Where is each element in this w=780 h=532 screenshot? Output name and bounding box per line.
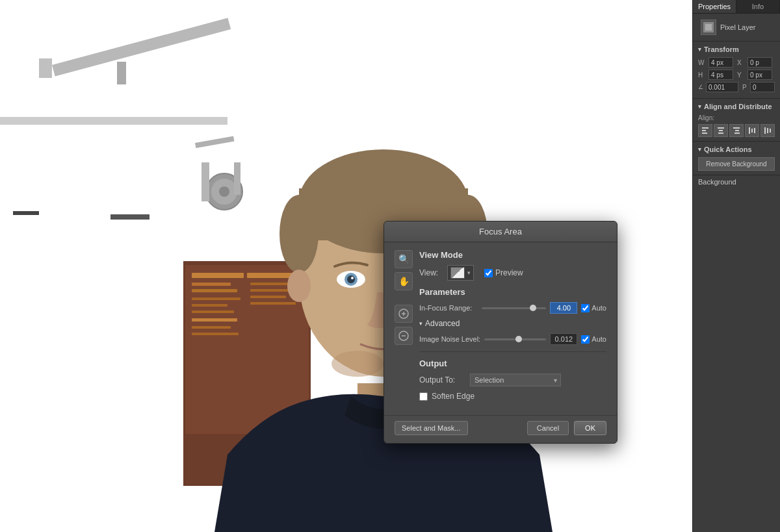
in-focus-auto-checkbox[interactable] bbox=[581, 304, 590, 312]
transform-h-row: H Y bbox=[698, 70, 775, 80]
view-dropdown[interactable]: ▾ bbox=[447, 265, 474, 281]
svg-rect-16 bbox=[192, 283, 231, 286]
preview-label: Preview bbox=[495, 268, 523, 277]
svg-rect-3 bbox=[117, 62, 126, 84]
ok-button[interactable]: OK bbox=[574, 421, 606, 435]
select-mask-button[interactable]: Select and Mask... bbox=[395, 421, 468, 435]
cancel-button[interactable]: Cancel bbox=[527, 421, 569, 435]
svg-rect-12 bbox=[234, 162, 240, 195]
noise-slider[interactable] bbox=[484, 335, 546, 344]
output-select[interactable]: Selection New Layer Layer Mask New Docum… bbox=[470, 374, 561, 386]
align-btn-1[interactable] bbox=[698, 124, 712, 137]
svg-rect-56 bbox=[702, 127, 708, 129]
transform-arrow: ▾ bbox=[698, 46, 701, 53]
svg-rect-5 bbox=[110, 214, 150, 220]
p-label: P bbox=[742, 84, 749, 91]
transform-angle-row: ∠ P bbox=[698, 82, 775, 92]
view-mode-title: View Mode bbox=[419, 250, 606, 260]
hand-tool[interactable]: ✋ bbox=[395, 272, 413, 290]
p-input[interactable] bbox=[750, 82, 775, 92]
svg-rect-63 bbox=[735, 130, 739, 131]
view-thumbnail bbox=[450, 267, 465, 279]
advanced-header[interactable]: ▾ Advanced bbox=[419, 319, 606, 328]
svg-rect-15 bbox=[192, 273, 244, 278]
quick-actions-section: ▾ Quick Actions Remove Background bbox=[693, 142, 780, 175]
transform-w-row: W X bbox=[698, 57, 775, 68]
transform-section: ▾ Transform W X H Y ∠ P bbox=[693, 42, 780, 99]
align-label: Align and Distribute bbox=[704, 103, 772, 110]
svg-rect-28 bbox=[250, 302, 296, 305]
noise-slider-thumb[interactable] bbox=[515, 336, 522, 342]
w-input[interactable] bbox=[708, 57, 733, 68]
align-btn-4[interactable] bbox=[745, 124, 759, 137]
svg-rect-19 bbox=[192, 304, 228, 307]
svg-rect-6 bbox=[13, 211, 39, 215]
quick-actions-arrow: ▾ bbox=[698, 146, 701, 153]
svg-rect-55 bbox=[705, 24, 712, 31]
in-focus-auto-label[interactable]: Auto bbox=[581, 304, 606, 312]
angle-icon: ∠ bbox=[698, 84, 705, 90]
subtract-tool[interactable] bbox=[395, 327, 413, 345]
svg-rect-59 bbox=[718, 127, 724, 129]
angle-input[interactable] bbox=[706, 82, 738, 92]
soften-edge-checkbox[interactable] bbox=[419, 392, 428, 401]
y-label: Y bbox=[737, 71, 746, 79]
noise-auto-checkbox[interactable] bbox=[581, 335, 590, 344]
svg-rect-4 bbox=[0, 117, 228, 125]
align-sublabel: Align: bbox=[698, 114, 775, 121]
svg-rect-64 bbox=[734, 133, 740, 134]
h-label: H bbox=[698, 71, 707, 79]
x-label: X bbox=[737, 59, 746, 66]
dialog-footer: Select and Mask... Cancel OK bbox=[384, 415, 617, 443]
svg-rect-60 bbox=[719, 130, 723, 131]
align-btn-2[interactable] bbox=[714, 124, 728, 137]
zoom-tool[interactable]: 🔍 bbox=[395, 250, 413, 268]
noise-auto-label[interactable]: Auto bbox=[581, 335, 606, 344]
svg-rect-2 bbox=[39, 58, 52, 78]
right-panel: Properties Info Pixel Layer ▾ Transform … bbox=[692, 0, 780, 532]
h-input[interactable] bbox=[708, 70, 733, 80]
view-mode-row: View: ▾ Preview bbox=[419, 265, 606, 281]
svg-rect-68 bbox=[764, 127, 766, 134]
canvas-area: Focus Area 🔍 ✋ bbox=[0, 0, 692, 532]
output-to-row: Output To: Selection New Layer Layer Mas… bbox=[419, 374, 606, 386]
y-input[interactable] bbox=[748, 70, 772, 80]
noise-level-label: Image Noise Level: bbox=[419, 335, 480, 343]
align-arrow: ▾ bbox=[698, 103, 701, 110]
svg-rect-65 bbox=[749, 127, 750, 134]
preview-checkbox-label[interactable]: Preview bbox=[484, 268, 523, 277]
preview-checkbox[interactable] bbox=[484, 269, 493, 277]
remove-background-button[interactable]: Remove Background bbox=[698, 157, 775, 171]
in-focus-slider[interactable] bbox=[482, 303, 546, 312]
align-btn-5[interactable] bbox=[760, 124, 775, 137]
dialog-title: Focus Area bbox=[384, 222, 617, 242]
advanced-label: Advanced bbox=[425, 319, 460, 328]
svg-rect-57 bbox=[702, 130, 706, 131]
output-select-wrapper[interactable]: Selection New Layer Layer Mask New Docum… bbox=[470, 374, 561, 386]
background-label: Background bbox=[693, 175, 780, 188]
soften-edge-label: Soften Edge bbox=[432, 392, 474, 401]
svg-rect-21 bbox=[192, 318, 237, 322]
tab-properties[interactable]: Properties bbox=[693, 0, 736, 13]
add-tool[interactable] bbox=[395, 305, 413, 323]
in-focus-slider-thumb[interactable] bbox=[530, 305, 536, 311]
tab-info[interactable]: Info bbox=[736, 0, 780, 13]
quick-actions-header: ▾ Quick Actions bbox=[698, 146, 775, 153]
quick-actions-label: Quick Actions bbox=[704, 146, 752, 153]
svg-rect-22 bbox=[192, 326, 231, 329]
output-to-label: Output To: bbox=[419, 375, 465, 385]
focus-area-dialog: Focus Area 🔍 ✋ bbox=[384, 221, 618, 444]
dialog-title-text: Focus Area bbox=[479, 227, 522, 236]
svg-point-34 bbox=[280, 195, 318, 273]
view-label: View: bbox=[419, 268, 442, 277]
svg-point-47 bbox=[332, 351, 384, 377]
soften-edge-row: Soften Edge bbox=[419, 392, 606, 401]
align-btn-3[interactable] bbox=[729, 124, 744, 137]
in-focus-value[interactable] bbox=[550, 302, 577, 314]
svg-rect-58 bbox=[702, 133, 707, 134]
noise-value[interactable] bbox=[550, 333, 577, 345]
x-input[interactable] bbox=[748, 57, 772, 68]
output-title: Output bbox=[419, 359, 606, 368]
tab-info-label: Info bbox=[752, 3, 764, 10]
svg-rect-25 bbox=[250, 283, 292, 285]
